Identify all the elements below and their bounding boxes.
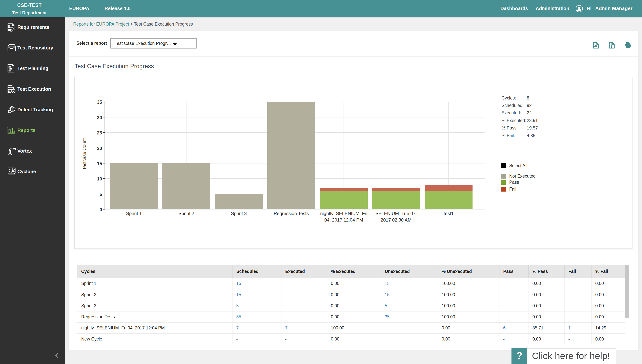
svg-text:Sprint 3: Sprint 3: [231, 211, 247, 216]
svg-text:0: 0: [100, 207, 102, 212]
svg-text:15: 15: [97, 161, 102, 166]
svg-text:2017 02:30 AM: 2017 02:30 AM: [381, 217, 411, 222]
svg-text:test1: test1: [444, 211, 454, 216]
svg-text:nightly_SELENIUM_Fri: nightly_SELENIUM_Fri: [320, 211, 367, 216]
svg-text:Sprint 1: Sprint 1: [126, 211, 142, 216]
svg-text:10: 10: [97, 176, 102, 182]
svg-text:Regression Tests: Regression Tests: [274, 211, 309, 216]
svg-text:Sprint 2: Sprint 2: [179, 211, 194, 216]
svg-text:SELENIUM_Tue 07,: SELENIUM_Tue 07,: [375, 211, 417, 216]
svg-text:04, 2017 12:04 PM: 04, 2017 12:04 PM: [324, 217, 363, 222]
svg-text:20: 20: [97, 146, 102, 151]
svg-text:35: 35: [97, 100, 102, 105]
svg-text:30: 30: [97, 115, 102, 120]
svg-text:Testcase Count: Testcase Count: [82, 138, 87, 170]
svg-text:5: 5: [100, 192, 102, 197]
svg-text:25: 25: [97, 130, 102, 136]
